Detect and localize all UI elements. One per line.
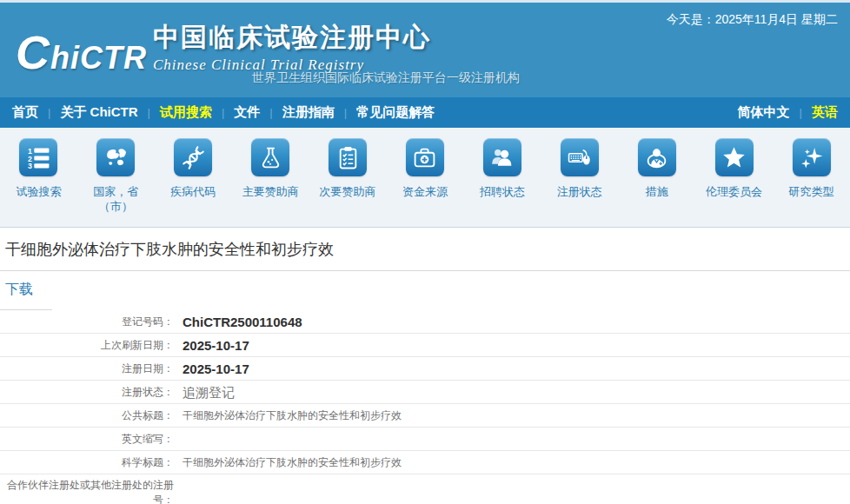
trial-detail: 干细胞外泌体治疗下肢水肿的安全性和初步疗效 下载 登记号码：ChiCTR2500… [0, 228, 850, 504]
nav-separator: | [800, 106, 802, 119]
row-label: 上次刷新日期： [0, 335, 174, 356]
clipboard-check-icon [329, 138, 367, 176]
today-date: 今天是：2025年11月4日 星期二 [667, 12, 838, 28]
row-value: 干细胞外泌体治疗下肢水肿的安全性和初步疗效 [183, 408, 402, 423]
table-row: 注册状态：追溯登记 [0, 381, 850, 404]
row-value: 2025-10-17 [183, 338, 249, 353]
toolbar-item-label: 国家，省 （市） [77, 184, 155, 214]
table-row: 科学标题：干细胞外泌体治疗下肢水肿的安全性和初步疗效 [0, 451, 850, 474]
toolbar-item-label: 伦理委员会 [695, 184, 773, 199]
site-title-block: 中国临床试验注册中心 Chinese Clinical Trial Regist… [153, 20, 431, 74]
nav-separator: | [269, 106, 272, 119]
toolbar-item[interactable]: 国家，省 （市） [77, 138, 155, 227]
detail-table: 登记号码：ChiCTR2500110648上次刷新日期：2025-10-17注册… [0, 310, 850, 504]
main-nav: 首页|关于 ChiCTR|试用搜索|文件|注册指南|常见问题解答 简体中文|英语 [0, 97, 850, 128]
row-label: 科学标题： [0, 452, 174, 474]
row-value: 干细胞外泌体治疗下肢水肿的安全性和初步疗效 [183, 455, 402, 470]
medical-bag-icon [406, 138, 444, 176]
row-label: 登记号码： [0, 311, 174, 333]
world-map-icon [96, 138, 135, 176]
nav-separator: | [148, 106, 150, 119]
flask-icon [251, 138, 289, 176]
toolbar-item[interactable]: 试验搜索 [0, 138, 77, 227]
people-icon [483, 138, 521, 176]
nav-item[interactable]: 试用搜索 [160, 104, 212, 121]
nav-separator: | [222, 106, 224, 119]
row-label: 注册状态： [0, 381, 174, 403]
toolbar-item[interactable]: 疾病代码 [155, 138, 232, 227]
nav-separator: | [48, 106, 50, 119]
row-value: 2025-10-17 [183, 361, 249, 376]
table-row: 注册日期：2025-10-17 [0, 357, 850, 381]
table-row: 公共标题：干细胞外泌体治疗下肢水肿的安全性和初步疗效 [0, 404, 850, 428]
toolbar-item[interactable]: 措施 [618, 138, 695, 227]
nav-item[interactable]: 文件 [234, 104, 260, 121]
row-label: 公共标题： [0, 405, 174, 427]
toolbar-item[interactable]: 次要赞助商 [309, 138, 387, 227]
nav-item[interactable]: 关于 ChiCTR [60, 104, 137, 121]
toolbar-item-label: 注册状态 [541, 184, 618, 199]
row-label: 注册日期： [0, 358, 174, 380]
nav-menu: 首页|关于 ChiCTR|试用搜索|文件|注册指南|常见问题解答 [12, 104, 435, 121]
toolbar-item[interactable]: 招聘状态 [463, 138, 541, 227]
icon-toolbar: 试验搜索国家，省 （市）疾病代码主要赞助商次要赞助商资金来源招聘状态注册状态措施… [0, 128, 850, 228]
table-row: 英文缩写： [0, 428, 850, 451]
star-icon [715, 138, 754, 176]
list-numbers-icon [19, 138, 57, 176]
toolbar-item[interactable]: 研究类型 [773, 138, 850, 227]
lang-item[interactable]: 英语 [812, 104, 838, 121]
trial-title: 干细胞外泌体治疗下肢水肿的安全性和初步疗效 [0, 228, 850, 271]
keyboard-mouse-icon [561, 138, 599, 176]
doctor-icon [638, 138, 676, 176]
nav-item[interactable]: 注册指南 [282, 104, 335, 121]
lang-item[interactable]: 简体中文 [738, 104, 790, 121]
toolbar-item[interactable]: 伦理委员会 [695, 138, 773, 227]
chictr-logo[interactable]: ChiCTR [16, 25, 147, 79]
row-label: 英文缩写： [0, 428, 174, 450]
toolbar-item-label: 研究类型 [773, 184, 850, 199]
table-row: 上次刷新日期：2025-10-17 [0, 334, 850, 357]
toolbar-item-label: 次要赞助商 [309, 184, 387, 199]
toolbar-item-label: 招聘状态 [463, 184, 541, 199]
toolbar-item-label: 疾病代码 [155, 184, 232, 199]
toolbar-item[interactable]: 注册状态 [541, 138, 618, 227]
download-link[interactable]: 下载 [0, 271, 52, 310]
toolbar-item[interactable]: 资金来源 [387, 138, 464, 227]
row-label: 合作伙伴注册处或其他注册处的注册号： [0, 474, 174, 504]
toolbar-item-label: 措施 [618, 184, 695, 199]
who-subtitle: 世界卫生组织国际临床试验注册平台一级注册机构 [252, 70, 520, 86]
nav-item[interactable]: 常见问题解答 [356, 104, 435, 121]
nav-separator: | [344, 106, 347, 119]
site-header: ChiCTR 中国临床试验注册中心 Chinese Clinical Trial… [0, 0, 850, 97]
table-row: 登记号码：ChiCTR2500110648 [0, 310, 850, 334]
toolbar-item-label: 主要赞助商 [232, 184, 309, 199]
toolbar-item[interactable]: 主要赞助商 [232, 138, 309, 227]
sparkles-icon [793, 138, 831, 176]
row-value: ChiCTR2500110648 [183, 315, 302, 329]
lang-switch: 简体中文|英语 [738, 104, 838, 121]
table-row: 合作伙伴注册处或其他注册处的注册号： [0, 474, 850, 504]
dna-icon [174, 138, 212, 176]
toolbar-item-label: 试验搜索 [0, 184, 77, 199]
toolbar-item-label: 资金来源 [387, 184, 464, 199]
row-value: 追溯登记 [183, 385, 235, 400]
nav-item[interactable]: 首页 [12, 104, 38, 121]
site-title-chinese: 中国临床试验注册中心 [153, 20, 431, 56]
